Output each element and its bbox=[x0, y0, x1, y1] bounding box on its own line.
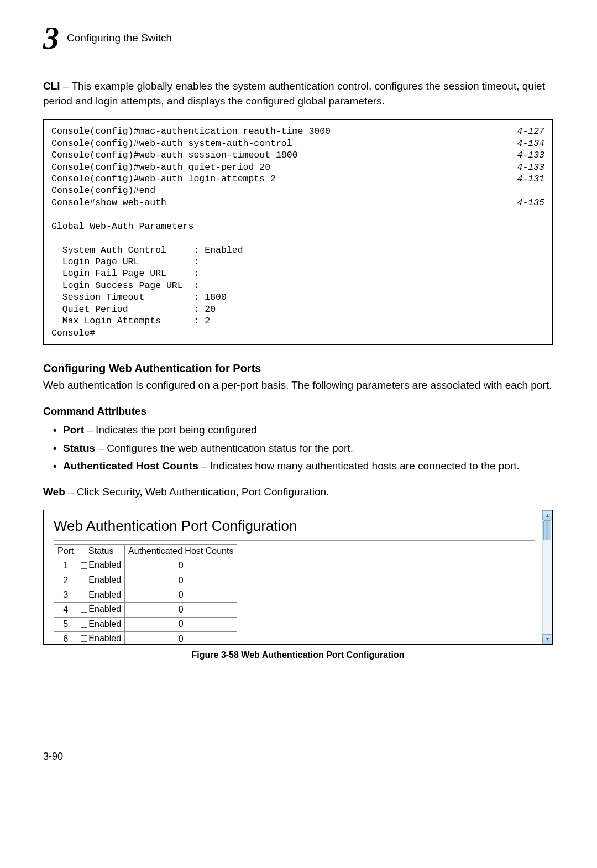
cell-status: Enabled bbox=[77, 617, 125, 632]
status-checkbox[interactable] bbox=[81, 562, 87, 569]
cli-command: Console#show web-auth bbox=[51, 197, 166, 208]
status-label: Enabled bbox=[88, 632, 121, 644]
cli-line: Login Success Page URL : bbox=[51, 280, 544, 291]
scroll-track[interactable] bbox=[542, 520, 552, 634]
cli-command: System Auth Control : Enabled bbox=[51, 244, 243, 256]
cell-port: 4 bbox=[54, 603, 77, 618]
cli-command: Console(config)#mac-authentication reaut… bbox=[51, 126, 331, 137]
list-item: Status – Configures the web authenticati… bbox=[53, 441, 553, 456]
cell-port: 5 bbox=[54, 617, 77, 632]
cell-status: Enabled bbox=[77, 632, 125, 645]
cell-host-count: 0 bbox=[125, 632, 237, 645]
status-checkbox[interactable] bbox=[81, 621, 87, 628]
cell-host-count: 0 bbox=[125, 558, 237, 573]
col-status: Status bbox=[77, 545, 125, 558]
intro-text: – This example globally enables the syst… bbox=[43, 80, 545, 107]
cli-command: Login Fail Page URL : bbox=[51, 268, 199, 279]
cli-line: Login Fail Page URL : bbox=[51, 268, 544, 279]
cli-command: Console(config)#web-auth login-attempts … bbox=[51, 173, 276, 185]
cli-command: Login Success Page URL : bbox=[51, 280, 199, 291]
cli-line bbox=[51, 208, 544, 220]
attr-name: Status bbox=[63, 442, 95, 454]
cli-page-ref: 4-127 bbox=[517, 126, 544, 137]
cell-status: Enabled bbox=[77, 603, 125, 618]
table-row: 1Enabled0 bbox=[54, 558, 237, 573]
table-row: 5Enabled0 bbox=[54, 617, 237, 632]
col-host-counts: Authenticated Host Counts bbox=[125, 545, 237, 558]
cli-page-ref: 4-133 bbox=[517, 149, 544, 161]
cli-line: Login Page URL : bbox=[51, 256, 544, 268]
cli-line: Quiet Period : 20 bbox=[51, 304, 544, 315]
cli-line: Console# bbox=[51, 327, 544, 339]
scroll-thumb[interactable] bbox=[543, 520, 551, 540]
cli-line: Console(config)#web-auth session-timeout… bbox=[51, 149, 544, 161]
cli-line: Console(config)#mac-authentication reaut… bbox=[51, 126, 544, 137]
panel-title: Web Authentication Port Configuration bbox=[54, 516, 538, 536]
cli-page-ref: 4-135 bbox=[517, 197, 544, 208]
cli-line: Console(config)#web-auth system-auth-con… bbox=[51, 138, 544, 149]
scroll-up-button[interactable]: ▴ bbox=[542, 510, 552, 520]
chapter-number: 3 bbox=[43, 22, 59, 54]
cell-port: 2 bbox=[54, 573, 77, 588]
status-checkbox[interactable] bbox=[81, 635, 87, 642]
status-label: Enabled bbox=[88, 574, 121, 586]
cli-line: Console(config)#web-auth quiet-period 20… bbox=[51, 161, 544, 173]
web-text: – Click Security, Web Authentication, Po… bbox=[65, 486, 329, 498]
table-row: 4Enabled0 bbox=[54, 603, 237, 618]
cell-host-count: 0 bbox=[125, 588, 237, 603]
attr-desc: – Configures the web authentication stat… bbox=[95, 442, 353, 454]
chapter-title: Configuring the Switch bbox=[67, 31, 172, 46]
cli-command: Console(config)#web-auth session-timeout… bbox=[51, 149, 298, 161]
figure-screenshot: ▴ ▾ Web Authentication Port Configuratio… bbox=[43, 510, 553, 645]
cli-command: Console(config)#web-auth quiet-period 20 bbox=[51, 161, 270, 173]
cli-line: Global Web-Auth Parameters bbox=[51, 221, 544, 232]
cell-host-count: 0 bbox=[125, 573, 237, 588]
scroll-down-button[interactable]: ▾ bbox=[542, 634, 552, 644]
section-desc: Web authentication is configured on a pe… bbox=[43, 378, 553, 393]
status-label: Enabled bbox=[88, 559, 121, 571]
status-label: Enabled bbox=[88, 589, 121, 601]
section-heading: Configuring Web Authentication for Ports bbox=[43, 360, 553, 376]
cli-page-ref: 4-131 bbox=[517, 173, 544, 185]
cli-command bbox=[51, 208, 57, 220]
cli-command: Login Page URL : bbox=[51, 256, 199, 268]
cli-line: Console(config)#web-auth login-attempts … bbox=[51, 173, 544, 185]
cell-port: 3 bbox=[54, 588, 77, 603]
cli-command: Console(config)#end bbox=[51, 185, 155, 196]
list-item: Authenticated Host Counts – Indicates ho… bbox=[53, 459, 553, 474]
attr-name: Port bbox=[63, 424, 84, 436]
cell-host-count: 0 bbox=[125, 603, 237, 618]
cli-command: Session Timeout : 1800 bbox=[51, 291, 227, 303]
cli-label: CLI bbox=[43, 80, 60, 92]
cli-command: Global Web-Auth Parameters bbox=[51, 221, 193, 232]
figure-caption: Figure 3-58 Web Authentication Port Conf… bbox=[43, 649, 553, 661]
cli-line bbox=[51, 232, 544, 244]
status-checkbox[interactable] bbox=[81, 592, 87, 598]
page-header: 3 Configuring the Switch bbox=[43, 22, 553, 59]
cell-status: Enabled bbox=[77, 558, 125, 573]
cli-line: Max Login Attempts : 2 bbox=[51, 315, 544, 327]
cli-line: Console(config)#end bbox=[51, 185, 544, 196]
table-row: 3Enabled0 bbox=[54, 588, 237, 603]
cli-page-ref: 4-134 bbox=[517, 138, 544, 149]
page-number: 3-90 bbox=[43, 750, 553, 764]
port-config-table: Port Status Authenticated Host Counts 1E… bbox=[54, 544, 237, 645]
cli-line: Session Timeout : 1800 bbox=[51, 291, 544, 303]
list-item: Port – Indicates the port being configur… bbox=[53, 423, 553, 438]
cli-line: Console#show web-auth4-135 bbox=[51, 197, 544, 208]
attr-desc: – Indicates how many authenticated hosts… bbox=[198, 460, 520, 472]
cell-host-count: 0 bbox=[125, 617, 237, 632]
panel-divider bbox=[54, 540, 535, 541]
status-checkbox[interactable] bbox=[81, 606, 87, 613]
cli-output-box: Console(config)#mac-authentication reaut… bbox=[43, 119, 553, 345]
web-instruction: Web – Click Security, Web Authentication… bbox=[43, 485, 553, 500]
cli-command: Console(config)#web-auth system-auth-con… bbox=[51, 138, 292, 149]
table-header-row: Port Status Authenticated Host Counts bbox=[54, 545, 237, 558]
status-checkbox[interactable] bbox=[81, 577, 87, 583]
status-label: Enabled bbox=[88, 618, 121, 630]
cell-status: Enabled bbox=[77, 588, 125, 603]
cli-command: Max Login Attempts : 2 bbox=[51, 315, 210, 327]
cell-port: 1 bbox=[54, 558, 77, 573]
col-port: Port bbox=[54, 545, 77, 558]
cell-status: Enabled bbox=[77, 573, 125, 588]
